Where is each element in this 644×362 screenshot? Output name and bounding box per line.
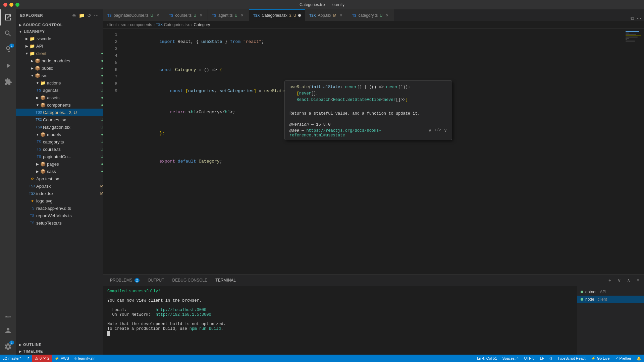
status-solution[interactable]: ⎋ learnify.sln (72, 355, 98, 362)
panel-close-button[interactable]: × (635, 277, 641, 284)
tree-item-courses[interactable]: TSX Courses.tsx U (16, 116, 103, 123)
breadcrumb-sep3: › (153, 22, 155, 27)
tab-terminal[interactable]: TERMINAL (211, 275, 240, 286)
status-language[interactable]: TypeScript React (555, 355, 588, 362)
tree-item-sass[interactable]: ▶ 📦 sass ● (16, 168, 103, 175)
status-branch[interactable]: ⎇ master* (0, 355, 24, 362)
status-prettier[interactable]: ✓ Prettier (612, 355, 634, 362)
new-file-button[interactable]: ⊕ (71, 12, 77, 19)
category-ts-tab-close[interactable]: × (384, 13, 390, 18)
tree-item-webvitals[interactable]: TS reportWebVitals.ts (16, 212, 103, 219)
tree-item-logo[interactable]: ★ logo.svg (16, 197, 103, 204)
hover-next-button[interactable]: ∨ (444, 127, 447, 133)
tree-item-index[interactable]: TSX index.tsx M (16, 190, 103, 197)
status-eol[interactable]: LF (537, 355, 547, 362)
tab-agent[interactable]: TS agent.ts U × (208, 9, 249, 21)
tree-item-agent[interactable]: TS agent.ts U (16, 86, 103, 94)
tree-item-env[interactable]: TS react-app-env.d.ts (16, 204, 103, 212)
timeline-section[interactable]: ▶ TIMELINE (16, 348, 103, 355)
hover-prev-button[interactable]: ∧ (428, 127, 432, 133)
tree-item-category-ts[interactable]: TS category.ts U (16, 138, 103, 145)
agent-label: agent.ts (43, 88, 99, 93)
activity-search[interactable] (0, 25, 16, 42)
dotnet-label: dotnet (585, 290, 596, 294)
breadcrumb-filename[interactable]: Categories.tsx (164, 22, 190, 27)
terminal-dotnet-instance[interactable]: dotnet API (577, 288, 644, 296)
activity-extensions[interactable] (0, 74, 16, 90)
outline-section[interactable]: ▶ OUTLINE (16, 341, 103, 348)
tree-item-assets[interactable]: ▶ 📦 assets ● (16, 94, 103, 101)
code-editor[interactable]: 1 2 3 4 5 6 7 8 9 import React, { useSta… (103, 28, 644, 274)
tree-item-app-test[interactable]: ⚙ App.test.tsx (16, 175, 103, 182)
minimize-button[interactable] (9, 3, 13, 7)
tree-item-course-ts[interactable]: TS course.ts U (16, 145, 103, 153)
status-encoding[interactable]: UTF-8 (521, 355, 537, 362)
panel-maximize-button[interactable]: ∧ (625, 277, 632, 284)
new-folder-button[interactable]: 📁 (78, 12, 85, 19)
debug-console-label: DEBUG CONSOLE (172, 278, 208, 283)
close-button[interactable] (3, 3, 7, 7)
hover-doc-link[interactable]: https://reactjs.org/docs/hooks-reference… (289, 128, 381, 138)
terminal-content[interactable]: Compiled successfully! You can now view … (103, 286, 577, 355)
tree-item-api[interactable]: ▶ 📁 API (16, 42, 103, 50)
tree-item-node-modules[interactable]: ▶ 📦 node_modules ● (16, 57, 103, 64)
tree-item-actions[interactable]: ▼ 📁 actions ● (16, 79, 103, 86)
tree-item-src[interactable]: ▼ 📦 src ● (16, 72, 103, 79)
tree-item-pages[interactable]: ▶ 📦 pages ● (16, 160, 103, 168)
status-sync[interactable]: ↺ (24, 355, 32, 362)
status-braces[interactable]: {} (547, 355, 554, 362)
tree-item-categories[interactable]: TSX Categories... 2, U (16, 109, 103, 116)
tree-item-setuptests[interactable]: TS setupTests.ts (16, 219, 103, 227)
activity-account[interactable] (0, 322, 16, 339)
tree-item-models[interactable]: ▼ 📦 models ● (16, 131, 103, 138)
tab-app[interactable]: TSX App.tsx M × (305, 9, 348, 21)
breadcrumb-src[interactable]: src (121, 22, 126, 27)
panel-tabs: PROBLEMS 2 OUTPUT DEBUG CONSOLE TERMINAL… (103, 275, 644, 286)
breadcrumb-client[interactable]: client (107, 22, 117, 27)
tab-output[interactable]: OUTPUT (144, 275, 168, 286)
status-spaces[interactable]: Spaces: 4 (500, 355, 522, 362)
tree-item-components[interactable]: ▼ 📦 components ● (16, 101, 103, 109)
app-tab-close[interactable]: × (338, 13, 344, 18)
breadcrumb-components[interactable]: components (130, 22, 152, 27)
tab-categories[interactable]: TSX Categories.tsx 2, U (249, 9, 305, 21)
tree-item-public[interactable]: ▶ 📦 public ● (16, 64, 103, 72)
status-go-live[interactable]: ⚡ Go Live (588, 355, 612, 362)
status-notifications[interactable]: 🔔 (634, 355, 644, 362)
tab-debug-console[interactable]: DEBUG CONSOLE (168, 275, 212, 286)
tab-course[interactable]: TS course.ts U × (165, 9, 208, 21)
activity-aws[interactable]: aws (0, 310, 16, 322)
code-lines[interactable]: import React, { useState } from "react";… (120, 28, 644, 274)
status-errors[interactable]: ⚠ 0 ✕ 2 (32, 355, 52, 362)
minimap[interactable] (624, 28, 644, 274)
collapse-all-button[interactable]: ⋯ (93, 12, 99, 19)
maximize-button[interactable] (15, 3, 19, 7)
tree-item-paginated-ts[interactable]: TS paginatedCo... U (16, 153, 103, 160)
activity-source-control[interactable]: 1 (0, 42, 16, 58)
split-editor-button[interactable]: ⧉ (631, 15, 634, 21)
tab-problems[interactable]: PROBLEMS 2 (106, 275, 144, 286)
src-arrow: ▼ (30, 73, 35, 78)
activity-run[interactable] (0, 58, 16, 74)
learnify-section[interactable]: ▼ LEARNIFY (16, 28, 103, 35)
terminal-node-instance[interactable]: node client (577, 296, 644, 303)
new-terminal-button[interactable]: + (606, 277, 613, 284)
status-aws[interactable]: ⚡ AWS (52, 355, 72, 362)
tree-item-vscode[interactable]: ▶ 📁 .vscode (16, 35, 103, 42)
tree-item-client[interactable]: ▼ 📁 client ● (16, 50, 103, 57)
tab-category-ts[interactable]: TS category.ts U × (348, 9, 394, 21)
course-tab-close[interactable]: × (198, 13, 204, 18)
tree-item-app-tsx[interactable]: TSX App.tsx M (16, 182, 103, 190)
source-control-section[interactable]: ▶ SOURCE CONTROL (16, 21, 103, 28)
tab-paginated-course[interactable]: TS paginatedCourse.ts U × (103, 9, 165, 21)
panel-more-button[interactable]: ∨ (616, 277, 623, 284)
paginated-tab-close[interactable]: × (155, 13, 161, 18)
vscode-icon: 📁 (30, 36, 35, 41)
refresh-button[interactable]: ↺ (87, 12, 92, 19)
activity-explorer[interactable] (0, 9, 16, 25)
agent-tab-close[interactable]: × (239, 13, 245, 18)
more-tabs-button[interactable]: ⋯ (637, 16, 641, 21)
status-position[interactable]: Ln 4, Col 51 (474, 355, 499, 362)
tree-item-navigation[interactable]: TSX Navigation.tsx U (16, 123, 103, 131)
activity-settings[interactable]: 1 (0, 339, 16, 355)
